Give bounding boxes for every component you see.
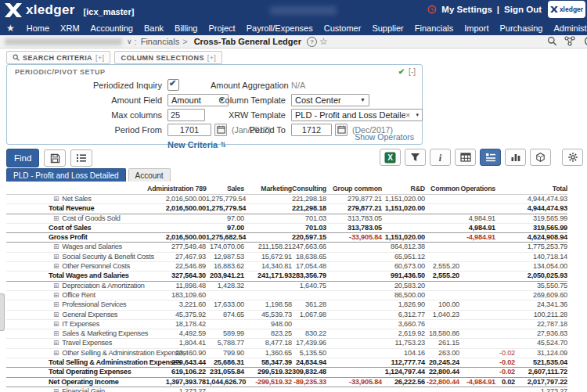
nav-item-purchasing[interactable]: Purchasing bbox=[494, 23, 548, 33]
expand-icon[interactable]: ⊞ bbox=[53, 300, 59, 309]
info-button[interactable]: i bbox=[430, 149, 451, 166]
amount-cell bbox=[425, 243, 459, 252]
period-to-calendar-button[interactable] bbox=[335, 124, 348, 136]
column-header-operations[interactable]: Operations bbox=[459, 182, 495, 195]
expand-icon[interactable]: ⊞ bbox=[53, 195, 59, 203]
column-header-group-common[interactable]: Group common bbox=[326, 182, 382, 195]
saved-criteria-list-button[interactable] bbox=[70, 149, 92, 167]
column-header-total[interactable]: Total bbox=[515, 182, 567, 195]
column-header-common[interactable]: Common bbox=[425, 182, 459, 195]
clock-icon[interactable] bbox=[582, 36, 587, 46]
panel-collapse-button[interactable]: [-] bbox=[409, 67, 416, 76]
breadcrumb-section[interactable]: Financials bbox=[141, 37, 180, 46]
sign-out-link[interactable]: Sign Out bbox=[504, 5, 542, 14]
row-label-sales-marketing-expenses[interactable]: ⊞Sales & Marketing Expenses bbox=[6, 329, 147, 339]
settings-button[interactable] bbox=[562, 149, 583, 166]
favorites-star-icon[interactable]: ★ bbox=[6, 23, 15, 33]
org-network-icon[interactable] bbox=[564, 36, 575, 46]
row-label-net-sales[interactable]: ⊞Net Sales bbox=[6, 195, 147, 204]
column-header-administration-789[interactable]: Administration 789 bbox=[147, 182, 206, 195]
filter-button[interactable] bbox=[405, 149, 426, 166]
nav-item-financials[interactable]: Financials bbox=[409, 23, 459, 33]
xrw-template-combobox[interactable]: PLD - Profit and Loss Detailed × ▾ bbox=[291, 109, 423, 121]
chart-view-button[interactable] bbox=[505, 149, 526, 166]
expand-icon[interactable]: ⊞ bbox=[53, 339, 59, 347]
max-columns-input[interactable] bbox=[167, 109, 205, 121]
sort-icon[interactable]: ⇅ bbox=[220, 141, 226, 149]
periodized-inquiry-checkbox[interactable]: ✔ bbox=[167, 79, 179, 91]
row-label-social-security-benefit-costs[interactable]: ⊞Social Security & Benefit Costs bbox=[6, 252, 147, 261]
row-label-text: Cost of Goods Sold bbox=[62, 214, 120, 222]
list-icon bbox=[76, 153, 87, 163]
amount-cell: 1,275,682.54 bbox=[206, 233, 244, 243]
row-label-other-selling-admininstration-expenses[interactable]: ⊞Other Selling & Admininstration Expense… bbox=[6, 348, 147, 358]
search-criteria-tab[interactable]: SEARCH CRITERIA [+] bbox=[6, 51, 110, 64]
expand-icon[interactable]: ⊞ bbox=[53, 349, 59, 358]
clear-icon[interactable]: × bbox=[405, 110, 410, 120]
nav-item-supplier[interactable]: Supplier bbox=[366, 23, 409, 33]
column-header-marketing[interactable]: Marketing bbox=[244, 182, 292, 195]
search-criteria-expand[interactable]: [+] bbox=[95, 54, 104, 62]
nav-item-project[interactable]: Project bbox=[203, 23, 240, 33]
cube-view-button[interactable] bbox=[530, 149, 551, 166]
row-label-it-expenses[interactable]: ⊞IT Expenses bbox=[6, 319, 147, 329]
row-label-wages-and-salaries[interactable]: ⊞Wages and Salaries bbox=[6, 243, 147, 252]
my-settings-link[interactable]: My Settings bbox=[441, 5, 492, 14]
show-operators-link[interactable]: Show Operators bbox=[355, 132, 414, 142]
expand-icon[interactable]: ⊞ bbox=[53, 253, 59, 261]
save-criteria-button[interactable] bbox=[44, 149, 66, 167]
nav-item-xrm[interactable]: XRM bbox=[55, 23, 85, 33]
excel-export-button[interactable]: X bbox=[380, 149, 401, 166]
find-button[interactable]: Find bbox=[6, 149, 39, 167]
expand-icon[interactable]: ⊞ bbox=[53, 243, 59, 251]
column-selections-tab[interactable]: COLUMN SELECTIONS [+] bbox=[114, 51, 222, 64]
row-label-office-rent[interactable]: ⊞Office Rent bbox=[6, 290, 147, 300]
panel-title: PERIODIC/PIVOT SETUP bbox=[15, 68, 106, 76]
amount-cell bbox=[326, 348, 382, 358]
amount-cell: 15,672.91 bbox=[244, 252, 292, 261]
side-panel-handle[interactable] bbox=[0, 293, 5, 331]
nav-item-customer[interactable]: Customer bbox=[319, 23, 367, 33]
new-criteria-link[interactable]: New Criteria bbox=[167, 140, 218, 149]
column-selections-label: COLUMN SELECTIONS bbox=[121, 54, 203, 62]
row-label-depreciation-amortization[interactable]: ⊞Depreciation & Amortization bbox=[6, 281, 147, 290]
column-template-select[interactable]: Cost Center▼ bbox=[291, 94, 369, 106]
nav-item-accounting[interactable]: Accounting bbox=[85, 23, 139, 33]
expand-icon[interactable]: ⊞ bbox=[53, 262, 59, 271]
row-label-financial-gain[interactable]: ⊞Financial Gain bbox=[6, 387, 147, 392]
period-from-input[interactable] bbox=[167, 124, 211, 136]
nav-item-administration[interactable]: Administration bbox=[549, 23, 587, 33]
combo-caret-icon[interactable]: ▾ bbox=[416, 112, 419, 118]
nav-item-import[interactable]: Import bbox=[459, 23, 494, 33]
tab-pld-profit-and-loss-detailed[interactable]: PLD - Profit and Loss Detailed bbox=[6, 168, 126, 182]
row-label-other-personnel-costs[interactable]: ⊞Other Personnel Costs bbox=[6, 262, 147, 272]
xledger-logo[interactable]: xledger [icx_master] bbox=[5, 2, 134, 18]
column-header-sales[interactable]: Sales bbox=[206, 182, 244, 195]
row-label-travel-expenses[interactable]: ⊞Travel Expenses bbox=[6, 339, 147, 348]
expand-icon[interactable]: ⊞ bbox=[53, 329, 59, 338]
period-to-input[interactable] bbox=[291, 124, 332, 136]
nav-item-bank[interactable]: Bank bbox=[139, 23, 169, 33]
expand-icon[interactable]: ⊞ bbox=[53, 320, 59, 329]
row-label-professional-services[interactable]: ⊞Professional Services bbox=[6, 300, 147, 310]
bookmark-star-icon[interactable]: ☆ bbox=[319, 36, 328, 47]
nav-item-billing[interactable]: Billing bbox=[169, 23, 203, 33]
expand-icon[interactable]: ⊞ bbox=[53, 387, 59, 392]
column-header-r-d[interactable]: R&D bbox=[382, 182, 425, 195]
column-header-consulting[interactable]: Consulting bbox=[292, 182, 326, 195]
help-icon[interactable]: ? bbox=[307, 37, 317, 47]
nav-item-home[interactable]: Home bbox=[21, 23, 55, 33]
table-view-button[interactable] bbox=[455, 149, 476, 166]
expand-icon[interactable]: ⊞ bbox=[53, 282, 59, 290]
nav-item-payroll-expenses[interactable]: Payroll/Expenses bbox=[241, 23, 319, 33]
row-label-cost-of-goods-sold[interactable]: ⊞Cost of Goods Sold bbox=[6, 214, 147, 223]
expand-icon[interactable]: ⊞ bbox=[53, 291, 59, 300]
expand-icon[interactable]: ⊞ bbox=[53, 214, 59, 223]
column-selections-expand[interactable]: [+] bbox=[207, 54, 216, 62]
row-label-general-expenses[interactable]: ⊞General Expenses bbox=[6, 310, 147, 319]
expand-icon[interactable]: ⊞ bbox=[53, 311, 59, 319]
tab-account[interactable]: Account bbox=[128, 168, 171, 182]
pivot-view-button[interactable] bbox=[480, 149, 501, 166]
search-icon[interactable] bbox=[547, 36, 557, 46]
chevron-down-icon[interactable]: ∨ bbox=[127, 38, 132, 45]
